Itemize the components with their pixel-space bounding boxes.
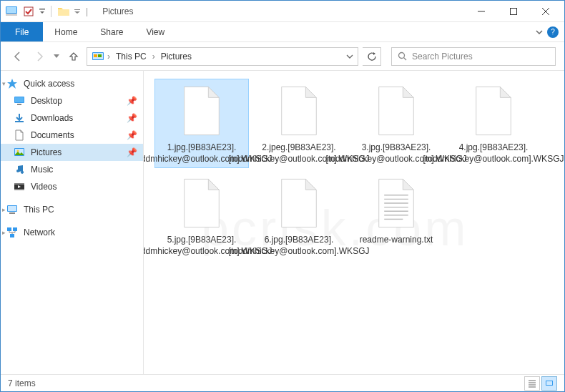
svg-rect-12 <box>94 54 97 57</box>
minimize-button[interactable] <box>465 1 497 22</box>
svg-rect-28 <box>9 212 15 214</box>
address-dropdown-icon[interactable] <box>346 54 353 59</box>
search-input[interactable]: Search Pictures <box>391 47 556 66</box>
this-pc-icon <box>6 204 18 215</box>
sidebar-item-music[interactable]: Music <box>1 161 143 178</box>
search-icon <box>398 52 408 62</box>
address-bar[interactable]: › This PC › Pictures <box>87 47 358 66</box>
sidebar-item-videos[interactable]: Videos <box>1 178 143 195</box>
ribbon-expand-icon[interactable] <box>536 29 543 36</box>
network-icon <box>6 227 18 238</box>
desktop-icon <box>14 95 25 107</box>
close-button[interactable] <box>529 1 561 22</box>
pin-icon: 📌 <box>127 113 137 123</box>
breadcrumb-this-pc[interactable]: This PC <box>113 50 149 63</box>
file-grid: 1.jpg.[9B83AE23].[toddmhickey@outlook.co… <box>155 79 553 260</box>
up-button[interactable] <box>65 48 82 65</box>
music-icon <box>14 164 25 175</box>
qat-dropdown-icon[interactable] <box>38 4 46 19</box>
svg-rect-27 <box>8 206 16 211</box>
sidebar-item-label: Downloads <box>31 113 121 123</box>
details-view-button[interactable] <box>524 376 540 391</box>
svg-rect-18 <box>17 104 21 105</box>
back-button[interactable] <box>9 48 26 65</box>
sidebar-item-label: Desktop <box>31 96 121 106</box>
pin-icon: 📌 <box>127 147 137 157</box>
titlebar-separator: | <box>86 6 88 16</box>
sidebar-item-label: Videos <box>31 182 137 192</box>
refresh-button[interactable] <box>363 47 381 66</box>
file-icon <box>468 82 519 139</box>
sidebar-network[interactable]: ▸ Network <box>1 224 143 241</box>
svg-rect-24 <box>14 183 24 185</box>
sidebar-item-downloads[interactable]: Downloads 📌 <box>1 109 143 127</box>
sidebar-item-pictures[interactable]: Pictures 📌 <box>1 144 143 161</box>
file-name-label: readme-warning.txt <box>360 235 433 246</box>
properties-icon[interactable] <box>21 4 36 19</box>
svg-rect-1 <box>6 14 17 16</box>
pictures-icon <box>14 147 25 158</box>
breadcrumb-pictures[interactable]: Pictures <box>158 50 195 63</box>
sidebar-label: Network <box>24 227 137 237</box>
svg-rect-31 <box>10 234 14 237</box>
file-item[interactable]: readme-warning.txt <box>350 172 443 260</box>
chevron-down-icon[interactable]: ▾ <box>2 80 6 87</box>
file-icon <box>177 82 227 139</box>
svg-line-15 <box>404 57 407 60</box>
titlebar: | Pictures <box>1 1 564 22</box>
help-icon[interactable]: ? <box>547 26 559 38</box>
svg-rect-7 <box>510 8 516 14</box>
file-icon <box>177 175 227 232</box>
svg-rect-17 <box>15 97 24 102</box>
file-icon <box>371 175 421 232</box>
forward-button[interactable] <box>31 48 48 65</box>
sidebar-item-label: Music <box>31 165 137 175</box>
file-icon <box>371 82 421 139</box>
file-item[interactable]: 4.jpg.[9B83AE23].[toddmhickey@outlook.co… <box>447 79 540 167</box>
qat-chevron-icon[interactable] <box>73 4 82 19</box>
sidebar-label: This PC <box>24 205 137 215</box>
file-name-label: 4.jpg.[9B83AE23].[toddmhickey@outlook.co… <box>423 142 564 165</box>
sidebar-item-desktop[interactable]: Desktop 📌 <box>1 92 143 109</box>
tab-home[interactable]: Home <box>43 22 89 41</box>
file-item[interactable]: 6.jpg.[9B83AE23].[toddmhickey@outlook.co… <box>252 172 345 260</box>
tab-view[interactable]: View <box>134 22 176 41</box>
svg-rect-30 <box>13 227 17 231</box>
navigation-bar: › This PC › Pictures Search Pictures <box>1 42 564 71</box>
recent-dropdown-icon[interactable] <box>52 48 61 65</box>
svg-rect-29 <box>7 227 11 231</box>
file-icon <box>274 82 324 139</box>
tab-share[interactable]: Share <box>89 22 134 41</box>
item-count: 7 items <box>8 378 36 388</box>
documents-icon <box>14 129 25 141</box>
maximize-button[interactable] <box>497 1 529 22</box>
ribbon: File Home Share View ? <box>1 22 564 42</box>
pin-icon: 📌 <box>127 96 137 106</box>
chevron-right-icon[interactable]: ▸ <box>2 206 6 213</box>
quick-access-toolbar <box>4 4 82 19</box>
folder-small-icon[interactable] <box>56 4 72 19</box>
sidebar-this-pc[interactable]: ▸ This PC <box>1 201 143 218</box>
downloads-icon <box>14 112 25 124</box>
sidebar-item-label: Documents <box>31 130 121 140</box>
breadcrumb-sep[interactable]: › <box>107 52 110 62</box>
file-icon <box>274 175 324 232</box>
address-folder-icon <box>92 51 104 62</box>
svg-rect-5 <box>74 9 80 10</box>
svg-point-14 <box>399 52 405 58</box>
sidebar-quick-access[interactable]: ▾ Quick access <box>1 75 143 92</box>
file-name-label: 6.jpg.[9B83AE23].[toddmhickey@outlook.co… <box>229 235 370 257</box>
svg-rect-3 <box>24 7 33 16</box>
svg-rect-4 <box>39 9 45 10</box>
sidebar-item-documents[interactable]: Documents 📌 <box>1 127 143 144</box>
content-pane[interactable]: 1.jpg.[9B83AE23].[toddmhickey@outlook.co… <box>144 71 564 374</box>
chevron-right-icon[interactable]: ▸ <box>2 229 6 236</box>
sidebar-item-label: Pictures <box>31 147 121 157</box>
file-tab[interactable]: File <box>1 22 43 41</box>
breadcrumb-sep[interactable]: › <box>152 52 155 62</box>
status-bar: 7 items <box>1 374 564 391</box>
pin-icon: 📌 <box>127 130 137 140</box>
large-icons-view-button[interactable] <box>541 376 557 391</box>
svg-rect-19 <box>15 121 24 122</box>
svg-rect-37 <box>546 381 552 385</box>
